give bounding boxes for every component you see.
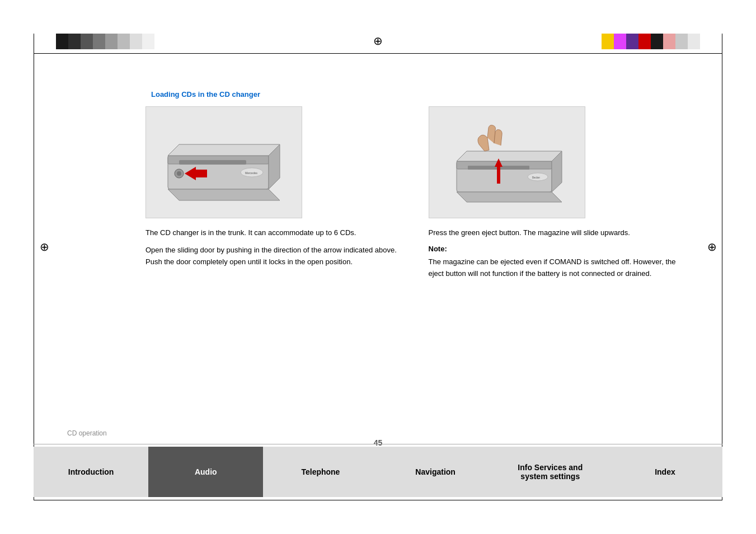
tab-audio[interactable]: Audio: [148, 447, 263, 497]
top-color-bar-left: [56, 34, 154, 49]
bottom-navigation: Introduction Audio Telephone Navigation …: [34, 444, 722, 500]
tab-introduction[interactable]: Introduction: [34, 447, 148, 497]
svg-marker-10: [168, 189, 280, 200]
svg-text:Mercedes: Mercedes: [245, 171, 257, 175]
cd-changer-image-right: Becker: [429, 106, 585, 218]
right-mid-crosshair: ⊕: [706, 241, 718, 253]
tab-info-services[interactable]: Info Services andsystem settings: [493, 447, 608, 497]
cd-changer-image-left: Mercedes: [145, 106, 302, 218]
svg-point-9: [177, 171, 181, 176]
left-border-line: [34, 34, 34, 500]
left-column: Mercedes The CD changer is in the trunk.…: [145, 106, 406, 285]
top-rule: [34, 53, 722, 54]
top-color-bar-right: [602, 34, 700, 49]
left-text-1: The CD changer is in the trunk. It can a…: [145, 227, 406, 239]
note-label: Note:: [429, 245, 689, 253]
top-center-crosshair: ⊕: [372, 35, 384, 47]
svg-rect-6: [179, 160, 246, 165]
tab-navigation[interactable]: Navigation: [378, 447, 493, 497]
tab-telephone[interactable]: Telephone: [263, 447, 378, 497]
left-text-2: Open the sliding door by pushing in the …: [145, 245, 406, 268]
svg-marker-19: [457, 192, 562, 202]
right-text-1: Press the green eject button. The magazi…: [429, 227, 689, 239]
bottom-lower-rule: [34, 500, 722, 500]
right-border-line: [722, 34, 722, 500]
section-label: CD operation: [67, 429, 107, 437]
svg-marker-14: [457, 151, 562, 161]
right-column: Becker Press the green eject button. The…: [429, 106, 689, 285]
svg-text:Becker: Becker: [532, 176, 541, 179]
tab-index[interactable]: Index: [608, 447, 722, 497]
left-mid-crosshair: ⊕: [38, 241, 50, 253]
section-title: Loading CDs in the CD changer: [151, 90, 260, 99]
svg-marker-3: [168, 144, 280, 156]
note-text: The magazine can be ejected even if COMA…: [429, 256, 689, 280]
